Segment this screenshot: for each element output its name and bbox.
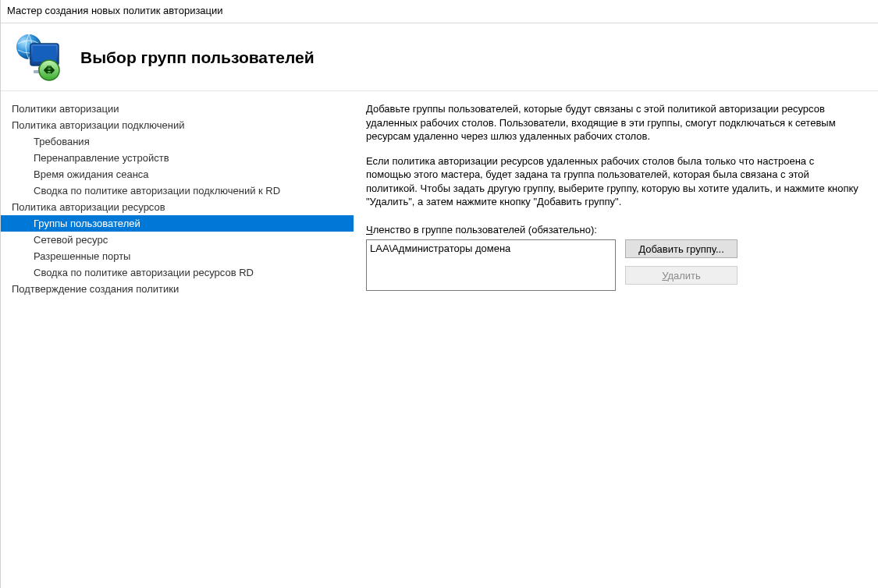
nav-item[interactable]: Подтверждение создания политики — [1, 281, 354, 297]
nav-item[interactable]: Разрешенные порты — [1, 248, 354, 264]
nav-item[interactable]: Сетевой ресурс — [1, 232, 354, 248]
membership-label: Членство в группе пользователей (обязате… — [366, 223, 861, 237]
nav-item[interactable]: Политика авторизации подключений — [1, 117, 354, 133]
wizard-icon — [15, 33, 65, 83]
nav-item[interactable]: Политика авторизации ресурсов — [1, 199, 354, 215]
nav-item[interactable]: Требования — [1, 133, 354, 150]
intro-text-2: Если политика авторизации ресурсов удале… — [366, 154, 861, 209]
nav-item[interactable]: Группы пользователей — [1, 215, 354, 232]
wizard-header: Выбор групп пользователей — [1, 23, 878, 91]
delete-button: Удалить — [625, 266, 738, 285]
nav-item[interactable]: Политики авторизации — [1, 101, 354, 117]
add-group-button[interactable]: Добавить группу... — [625, 239, 738, 258]
nav-item[interactable]: Время ожидания сеанса — [1, 166, 354, 182]
page-title: Выбор групп пользователей — [80, 48, 315, 67]
wizard-nav: Политики авторизацииПолитика авторизации… — [1, 91, 354, 588]
svg-rect-2 — [33, 46, 56, 62]
intro-text-1: Добавьте группы пользователей, которые б… — [366, 102, 861, 143]
nav-item[interactable]: Сводка по политике авторизации ресурсов … — [1, 264, 354, 281]
nav-item[interactable]: Перенаправление устройств — [1, 150, 354, 166]
list-item[interactable]: LAA\Администраторы домена — [370, 242, 612, 256]
nav-item[interactable]: Сводка по политике авторизации подключен… — [1, 182, 354, 199]
user-groups-listbox[interactable]: LAA\Администраторы домена — [366, 239, 616, 291]
window-title: Мастер создания новых политик авторизаци… — [1, 0, 878, 23]
wizard-content: Добавьте группы пользователей, которые б… — [354, 91, 878, 588]
